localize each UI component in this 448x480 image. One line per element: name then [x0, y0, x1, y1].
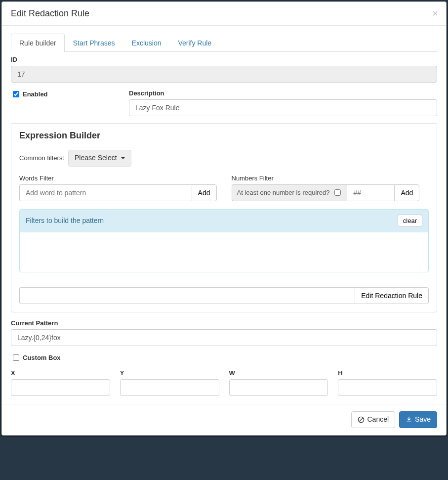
enabled-checkbox-wrapper[interactable]: Enabled: [11, 89, 48, 99]
current-pattern-label: Current Pattern: [11, 319, 437, 327]
tab-exclusion[interactable]: Exclusion: [123, 34, 170, 52]
enabled-label: Enabled: [23, 90, 48, 98]
x-field[interactable]: [11, 379, 110, 396]
custom-box-label: Custom Box: [23, 354, 61, 361]
tab-rule-builder[interactable]: Rule builder: [11, 34, 65, 52]
numbers-required-label: At least one number is required?: [237, 189, 330, 196]
modal-body: Rule builder Start Phrases Exclusion Ver…: [2, 26, 446, 396]
numbers-required-wrapper: At least one number is required?: [232, 184, 348, 201]
numbers-filter-label: Numbers Filter: [232, 175, 429, 182]
modal-title: Edit Redaction Rule: [11, 8, 89, 19]
words-filter-input[interactable]: [19, 184, 192, 201]
words-filter-add-button[interactable]: Add: [192, 184, 217, 201]
save-button-label: Save: [415, 415, 431, 425]
tab-verify-rule[interactable]: Verify Rule: [169, 34, 220, 52]
id-field: [11, 66, 437, 83]
h-label: H: [338, 369, 437, 377]
save-button[interactable]: Save: [399, 411, 437, 428]
expression-builder-title: Expression Builder: [19, 131, 429, 141]
w-field[interactable]: [229, 379, 328, 396]
tab-start-phrases[interactable]: Start Phrases: [65, 34, 123, 52]
w-label: W: [229, 369, 328, 377]
y-label: Y: [120, 369, 219, 377]
h-field[interactable]: [338, 379, 437, 396]
common-filters-selected: Please Select: [75, 153, 117, 163]
edit-rule-input[interactable]: [19, 287, 355, 304]
common-filters-label: Common filters:: [19, 154, 64, 162]
custom-box-checkbox[interactable]: [13, 354, 19, 361]
edit-redaction-rule-modal: Edit Redaction Rule × Rule builder Start…: [1, 1, 447, 436]
words-filter-label: Words Filter: [19, 175, 217, 182]
edit-redaction-rule-button[interactable]: Edit Redaction Rule: [355, 287, 429, 304]
common-filters-dropdown[interactable]: Please Select: [68, 150, 131, 167]
cancel-button-label: Cancel: [367, 415, 389, 425]
numbers-filter-input[interactable]: [347, 184, 394, 201]
cancel-button[interactable]: Cancel: [351, 411, 395, 428]
svg-line-1: [360, 418, 363, 421]
filters-build-title: Filters to build the pattern: [26, 217, 104, 224]
id-label: ID: [11, 56, 437, 63]
enabled-checkbox[interactable]: [13, 91, 19, 97]
modal-header: Edit Redaction Rule ×: [2, 2, 446, 26]
expression-builder-panel: Expression Builder Common filters: Pleas…: [11, 123, 437, 312]
cancel-icon: [358, 416, 365, 423]
chevron-down-icon: [121, 157, 125, 159]
save-icon: [406, 416, 412, 423]
description-label: Description: [129, 89, 437, 97]
filters-build-panel: Filters to build the pattern clear: [19, 209, 429, 272]
numbers-required-checkbox[interactable]: [334, 189, 341, 196]
description-field[interactable]: [129, 99, 437, 116]
numbers-filter-add-button[interactable]: Add: [394, 184, 419, 201]
clear-button[interactable]: clear: [398, 215, 422, 227]
y-field[interactable]: [120, 379, 219, 396]
tab-bar: Rule builder Start Phrases Exclusion Ver…: [11, 34, 437, 52]
filters-build-body: [20, 232, 428, 272]
x-label: X: [11, 369, 110, 377]
current-pattern-field[interactable]: [11, 329, 437, 346]
modal-footer: Cancel Save: [2, 404, 446, 435]
close-icon[interactable]: ×: [432, 8, 438, 18]
custom-box-checkbox-wrapper[interactable]: Custom Box: [11, 353, 61, 362]
